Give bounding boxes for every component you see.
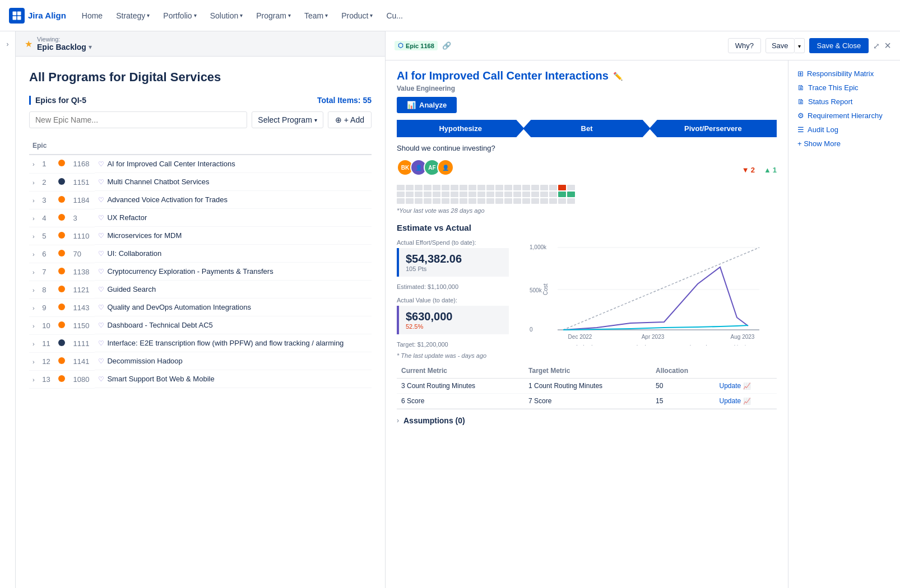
save-close-button[interactable]: Save & Close <box>809 38 869 53</box>
status-dot <box>58 286 65 292</box>
side-link-audit-log[interactable]: ☰ Audit Log <box>797 125 891 134</box>
update-chart-icon[interactable]: 📈 <box>743 382 751 389</box>
vote-cell <box>486 185 494 190</box>
side-link-status-report[interactable]: 🗎 Status Report <box>797 97 891 106</box>
pipeline-step-hypothesize[interactable]: Hypothesize <box>397 120 524 137</box>
row-num: 5 <box>39 227 55 245</box>
table-row[interactable]: › 13 1080 ♡Smart Support Bot Web & Mobil… <box>29 370 372 388</box>
nav-home[interactable]: Home <box>77 9 107 22</box>
update-chart-icon[interactable]: 📈 <box>743 398 751 404</box>
pipeline-step-pivot[interactable]: Pivot/Perservere <box>650 120 777 137</box>
side-link-requirement-hierarchy[interactable]: ⚙ Requirement Hierarchy <box>797 111 891 120</box>
target-metric-header: Target Metric <box>524 363 651 379</box>
add-button[interactable]: ⊕ + Add <box>328 111 372 128</box>
epic-name-input[interactable] <box>29 111 247 128</box>
chevron-down-icon: ▾ <box>370 12 373 18</box>
table-row[interactable]: › 10 1150 ♡Dashboard - Technical Debt AC… <box>29 316 372 334</box>
expand-button[interactable]: ⤢ <box>873 41 880 50</box>
row-chevron-icon: › <box>33 305 35 311</box>
vote-cell <box>513 198 521 204</box>
table-row[interactable]: › 4 3 ♡UX Refactor <box>29 209 372 227</box>
epic-id: 1111 <box>70 334 95 352</box>
nav-program[interactable]: Program ▾ <box>252 9 295 22</box>
epic-type-icon: ♡ <box>98 357 104 365</box>
side-link-show-more[interactable]: + Show More <box>797 139 891 148</box>
vote-grid <box>397 185 777 204</box>
vote-down[interactable]: ▼ 2 <box>742 166 755 174</box>
nav-product[interactable]: Product ▾ <box>337 9 377 22</box>
table-row[interactable]: › 12 1141 ♡Decommission Hadoop <box>29 352 372 370</box>
epic-type-icon: ♡ <box>98 250 104 258</box>
edit-icon[interactable]: ✏️ <box>613 72 623 81</box>
viewing-chevron-icon[interactable]: ▾ <box>89 43 92 51</box>
save-dropdown-button[interactable]: ▾ <box>795 38 805 53</box>
table-row[interactable]: › 9 1143 ♡Quality and DevOps Automation … <box>29 298 372 316</box>
status-dot <box>58 232 65 239</box>
file-icon: 🗎 <box>797 83 805 92</box>
close-button[interactable]: × <box>884 39 891 52</box>
vote-cell <box>468 192 476 197</box>
assumptions-row[interactable]: › Assumptions (0) <box>397 409 777 432</box>
table-row[interactable]: › 6 70 ♡UI: Collaboration <box>29 245 372 263</box>
row-chevron-icon: › <box>33 197 35 204</box>
page-title: All Programs for Digital Services <box>29 70 372 85</box>
vote-cell <box>397 185 405 190</box>
vote-cell <box>486 192 494 197</box>
chevron-down-icon: ▾ <box>194 12 197 18</box>
nav-portfolio[interactable]: Portfolio ▾ <box>159 9 201 22</box>
side-link-trace-epic[interactable]: 🗎 Trace This Epic <box>797 83 891 92</box>
nav-strategy[interactable]: Strategy ▾ <box>112 9 154 22</box>
metrics-table: Current Metric Target Metric Allocation … <box>397 363 777 409</box>
table-row[interactable]: › 2 1151 ♡Multi Channel Chatbot Services <box>29 173 372 191</box>
epics-header: Epics for QI-5 Total Items: 55 <box>29 96 372 105</box>
epic-id: 1168 <box>70 155 95 173</box>
nav-custom[interactable]: Cu... <box>382 9 407 22</box>
analyze-button[interactable]: 📊 Analyze <box>397 97 457 113</box>
chart-area: 1,000k 500k 0 Cost <box>518 239 777 359</box>
allocation-cell: 50 <box>651 379 715 394</box>
vote-cell <box>415 185 423 190</box>
row-chevron-icon: › <box>33 233 35 240</box>
epic-col-header: Epic <box>29 137 372 155</box>
table-row[interactable]: › 8 1121 ♡Guided Search <box>29 281 372 298</box>
analyze-icon: 📊 <box>407 101 416 109</box>
table-row[interactable]: › 11 1111 ♡Interface: E2E transcription … <box>29 334 372 352</box>
update-link[interactable]: Update <box>720 382 741 390</box>
estimate-left: Actual Effort/Spend (to date): $54,382.0… <box>397 239 509 359</box>
nav-team[interactable]: Team ▾ <box>300 9 332 22</box>
vote-cell <box>442 192 449 197</box>
pipeline-step-bet[interactable]: Bet <box>523 120 650 137</box>
target-metric-cell: 1 Count Routing Minutes <box>524 379 651 394</box>
side-link-responsibility-matrix[interactable]: ⊞ Responsibility Matrix <box>797 69 891 78</box>
app-logo[interactable]: Jira Align <box>9 8 66 24</box>
update-link[interactable]: Update <box>720 397 741 405</box>
svg-text:1,000k: 1,000k <box>530 244 547 250</box>
table-row[interactable]: › 1 1168 ♡AI for Improved Call Center In… <box>29 155 372 173</box>
table-row[interactable]: › 3 1184 ♡Advanced Voice Activation for … <box>29 191 372 209</box>
vote-cell <box>460 198 467 204</box>
vote-up[interactable]: ▲ 1 <box>764 166 777 174</box>
epics-label: Epics for QI-5 <box>29 96 86 105</box>
star-icon[interactable]: ★ <box>25 39 33 49</box>
link-icon[interactable]: 🔗 <box>442 41 451 50</box>
vote-cell <box>549 198 557 204</box>
grid-icon: ⊞ <box>797 69 804 78</box>
sidebar-toggle[interactable]: › <box>0 31 16 588</box>
row-num: 8 <box>39 281 55 298</box>
why-button[interactable]: Why? <box>728 38 761 53</box>
vote-cell <box>451 185 458 190</box>
epic-id: 1143 <box>70 298 95 316</box>
vote-cell <box>477 198 485 204</box>
table-row[interactable]: › 5 1110 ♡Microservices for MDM <box>29 227 372 245</box>
assumptions-chevron-icon: › <box>397 417 399 424</box>
vote-cell <box>558 192 566 197</box>
save-button[interactable]: Save <box>766 38 795 53</box>
table-row[interactable]: › 7 1138 ♡Cryptocurrency Exploration - P… <box>29 263 372 281</box>
pipeline: Hypothesize Bet Pivot/Perservere <box>397 120 777 137</box>
nav-solution[interactable]: Solution ▾ <box>206 9 248 22</box>
vote-cell <box>567 192 575 197</box>
vote-cell <box>477 185 485 190</box>
vote-cell <box>531 198 539 204</box>
vote-cell <box>549 192 557 197</box>
select-program-button[interactable]: Select Program ▾ <box>252 111 323 128</box>
